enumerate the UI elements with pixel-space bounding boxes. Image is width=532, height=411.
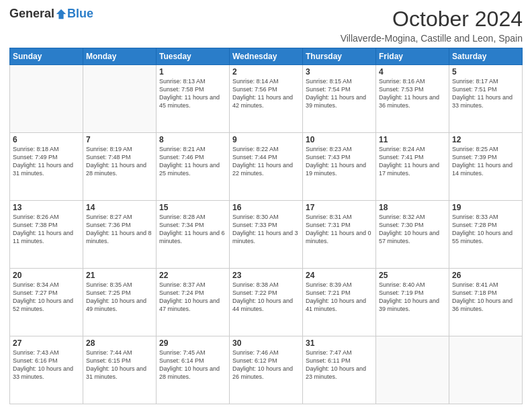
day-info: Sunrise: 8:34 AM Sunset: 7:27 PM Dayligh… — [13, 281, 80, 314]
day-info: Sunrise: 7:46 AM Sunset: 6:12 PM Dayligh… — [232, 349, 300, 381]
day-number: 6 — [13, 135, 80, 144]
calendar-day-cell: 4Sunrise: 8:16 AM Sunset: 7:53 PM Daylig… — [376, 65, 449, 133]
day-number: 21 — [86, 271, 153, 280]
calendar-day-cell: 3Sunrise: 8:15 AM Sunset: 7:54 PM Daylig… — [303, 65, 376, 133]
day-number: 18 — [379, 203, 446, 212]
calendar-body: 1Sunrise: 8:13 AM Sunset: 7:58 PM Daylig… — [10, 65, 523, 404]
day-number: 17 — [306, 203, 373, 212]
day-info: Sunrise: 8:30 AM Sunset: 7:33 PM Dayligh… — [232, 213, 300, 246]
title-area: October 2024 Villaverde-Mogina, Castille… — [341, 7, 523, 44]
day-info: Sunrise: 7:45 AM Sunset: 6:14 PM Dayligh… — [159, 349, 226, 381]
day-number: 15 — [159, 203, 226, 212]
day-info: Sunrise: 8:31 AM Sunset: 7:31 PM Dayligh… — [306, 213, 373, 246]
day-number: 12 — [452, 135, 519, 144]
calendar-day-cell: 26Sunrise: 8:41 AM Sunset: 7:18 PM Dayli… — [449, 269, 523, 336]
day-number: 27 — [13, 338, 80, 348]
day-number: 19 — [452, 203, 519, 212]
calendar-day-cell: 1Sunrise: 8:13 AM Sunset: 7:58 PM Daylig… — [157, 65, 230, 133]
calendar-week-row: 1Sunrise: 8:13 AM Sunset: 7:58 PM Daylig… — [10, 65, 523, 133]
day-info: Sunrise: 8:27 AM Sunset: 7:36 PM Dayligh… — [86, 213, 153, 246]
logo-icon — [55, 8, 67, 20]
calendar-day-cell: 20Sunrise: 8:34 AM Sunset: 7:27 PM Dayli… — [10, 269, 83, 336]
calendar-day-cell: 14Sunrise: 8:27 AM Sunset: 7:36 PM Dayli… — [83, 201, 157, 269]
day-number: 30 — [232, 338, 300, 348]
day-number: 14 — [86, 203, 153, 212]
day-info: Sunrise: 8:28 AM Sunset: 7:34 PM Dayligh… — [159, 213, 226, 246]
day-number: 10 — [306, 135, 373, 144]
weekday-header-cell: Monday — [83, 48, 157, 65]
day-info: Sunrise: 8:32 AM Sunset: 7:30 PM Dayligh… — [379, 213, 446, 246]
calendar-page: General Blue October 2024 Villaverde-Mog… — [0, 0, 532, 411]
day-number: 8 — [159, 135, 226, 144]
calendar-day-cell: 24Sunrise: 8:39 AM Sunset: 7:21 PM Dayli… — [303, 269, 376, 336]
logo: General Blue — [9, 7, 93, 21]
day-number: 26 — [452, 271, 519, 280]
day-info: Sunrise: 8:19 AM Sunset: 7:48 PM Dayligh… — [86, 145, 153, 178]
day-info: Sunrise: 8:18 AM Sunset: 7:49 PM Dayligh… — [13, 145, 80, 178]
calendar-day-cell: 13Sunrise: 8:26 AM Sunset: 7:38 PM Dayli… — [10, 201, 83, 269]
day-number: 4 — [379, 67, 446, 77]
day-info: Sunrise: 8:17 AM Sunset: 7:51 PM Dayligh… — [452, 77, 519, 110]
calendar-day-cell: 5Sunrise: 8:17 AM Sunset: 7:51 PM Daylig… — [449, 65, 523, 133]
calendar-day-cell: 21Sunrise: 8:35 AM Sunset: 7:25 PM Dayli… — [83, 269, 157, 336]
calendar-day-cell — [376, 336, 449, 404]
calendar-day-cell — [10, 65, 83, 133]
day-number: 25 — [379, 271, 446, 280]
page-header: General Blue October 2024 Villaverde-Mog… — [9, 7, 523, 44]
logo-blue: Blue — [67, 7, 93, 21]
calendar-day-cell — [449, 336, 523, 404]
day-number: 11 — [379, 135, 446, 144]
day-info: Sunrise: 8:22 AM Sunset: 7:44 PM Dayligh… — [232, 145, 300, 178]
day-info: Sunrise: 8:33 AM Sunset: 7:28 PM Dayligh… — [452, 213, 519, 246]
calendar-week-row: 27Sunrise: 7:43 AM Sunset: 6:16 PM Dayli… — [10, 336, 523, 404]
day-info: Sunrise: 8:35 AM Sunset: 7:25 PM Dayligh… — [86, 281, 153, 314]
day-number: 28 — [86, 338, 153, 348]
logo-general: General — [9, 7, 54, 21]
calendar-day-cell: 31Sunrise: 7:47 AM Sunset: 6:11 PM Dayli… — [303, 336, 376, 404]
calendar-day-cell: 29Sunrise: 7:45 AM Sunset: 6:14 PM Dayli… — [157, 336, 230, 404]
calendar-day-cell: 23Sunrise: 8:38 AM Sunset: 7:22 PM Dayli… — [230, 269, 303, 336]
day-info: Sunrise: 8:37 AM Sunset: 7:24 PM Dayligh… — [159, 281, 226, 314]
calendar-day-cell: 30Sunrise: 7:46 AM Sunset: 6:12 PM Dayli… — [230, 336, 303, 404]
calendar-day-cell: 2Sunrise: 8:14 AM Sunset: 7:56 PM Daylig… — [230, 65, 303, 133]
day-info: Sunrise: 8:40 AM Sunset: 7:19 PM Dayligh… — [379, 281, 446, 314]
calendar-week-row: 13Sunrise: 8:26 AM Sunset: 7:38 PM Dayli… — [10, 201, 523, 269]
weekday-header-cell: Tuesday — [157, 48, 230, 65]
svg-marker-0 — [56, 9, 66, 18]
day-number: 1 — [159, 67, 226, 77]
calendar-day-cell: 25Sunrise: 8:40 AM Sunset: 7:19 PM Dayli… — [376, 269, 449, 336]
calendar-day-cell: 6Sunrise: 8:18 AM Sunset: 7:49 PM Daylig… — [10, 133, 83, 201]
day-number: 2 — [232, 67, 300, 77]
day-number: 22 — [159, 271, 226, 280]
day-number: 9 — [232, 135, 300, 144]
calendar-day-cell: 9Sunrise: 8:22 AM Sunset: 7:44 PM Daylig… — [230, 133, 303, 201]
calendar-day-cell: 10Sunrise: 8:23 AM Sunset: 7:43 PM Dayli… — [303, 133, 376, 201]
day-info: Sunrise: 8:21 AM Sunset: 7:46 PM Dayligh… — [159, 145, 226, 178]
day-number: 13 — [13, 203, 80, 212]
calendar-day-cell: 7Sunrise: 8:19 AM Sunset: 7:48 PM Daylig… — [83, 133, 157, 201]
calendar-day-cell: 8Sunrise: 8:21 AM Sunset: 7:46 PM Daylig… — [157, 133, 230, 201]
day-info: Sunrise: 7:44 AM Sunset: 6:15 PM Dayligh… — [86, 349, 153, 381]
calendar-week-row: 6Sunrise: 8:18 AM Sunset: 7:49 PM Daylig… — [10, 133, 523, 201]
day-number: 7 — [86, 135, 153, 144]
weekday-header-cell: Saturday — [449, 48, 523, 65]
day-number: 31 — [306, 338, 373, 348]
calendar-day-cell: 11Sunrise: 8:24 AM Sunset: 7:41 PM Dayli… — [376, 133, 449, 201]
calendar-day-cell — [83, 65, 157, 133]
calendar-day-cell: 19Sunrise: 8:33 AM Sunset: 7:28 PM Dayli… — [449, 201, 523, 269]
calendar-day-cell: 18Sunrise: 8:32 AM Sunset: 7:30 PM Dayli… — [376, 201, 449, 269]
weekday-header-cell: Friday — [376, 48, 449, 65]
day-number: 24 — [306, 271, 373, 280]
calendar-day-cell: 12Sunrise: 8:25 AM Sunset: 7:39 PM Dayli… — [449, 133, 523, 201]
weekday-header-row: SundayMondayTuesdayWednesdayThursdayFrid… — [10, 48, 523, 65]
day-number: 29 — [159, 338, 226, 348]
calendar-table: SundayMondayTuesdayWednesdayThursdayFrid… — [9, 48, 523, 404]
calendar-week-row: 20Sunrise: 8:34 AM Sunset: 7:27 PM Dayli… — [10, 269, 523, 336]
day-info: Sunrise: 8:25 AM Sunset: 7:39 PM Dayligh… — [452, 145, 519, 178]
day-info: Sunrise: 7:47 AM Sunset: 6:11 PM Dayligh… — [306, 349, 373, 381]
day-info: Sunrise: 8:16 AM Sunset: 7:53 PM Dayligh… — [379, 77, 446, 110]
day-number: 16 — [232, 203, 300, 212]
day-info: Sunrise: 8:41 AM Sunset: 7:18 PM Dayligh… — [452, 281, 519, 314]
day-number: 23 — [232, 271, 300, 280]
day-info: Sunrise: 7:43 AM Sunset: 6:16 PM Dayligh… — [13, 349, 80, 381]
